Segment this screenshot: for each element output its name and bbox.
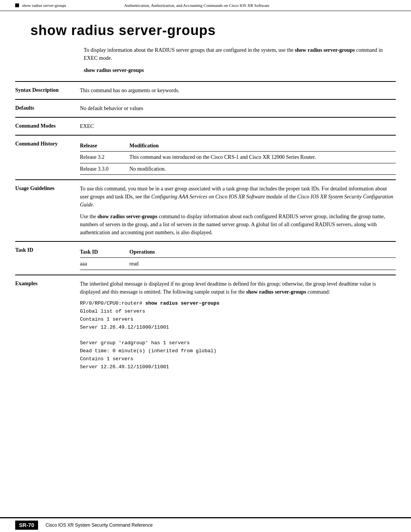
footer-page-number: SR-70 <box>15 521 38 530</box>
history-modification-cell: This command was introduced on the Cisco… <box>129 152 396 163</box>
header-square-icon <box>15 3 19 7</box>
syntax-description-label: Syntax Description <box>15 86 80 93</box>
output-line: Global list of servers <box>80 308 396 316</box>
table-row: Release 3.3.0No modification. <box>80 163 396 175</box>
usage-para-1: To use this command, you must be in a us… <box>80 185 396 209</box>
history-col1-header: Release <box>80 140 129 152</box>
usage-guidelines-content: To use this command, you must be in a us… <box>80 185 396 236</box>
history-release-cell: Release 3.2 <box>80 152 129 163</box>
examples-intro-after: command: <box>306 289 330 295</box>
table-row: aaaread <box>80 258 396 270</box>
bottom-footer: SR-70 Cisco IOS XR System Security Comma… <box>0 517 411 532</box>
command-history-section: Command History Release Modification Rel… <box>15 135 396 179</box>
syntax-description-content: This command has no arguments or keyword… <box>80 86 396 94</box>
usage-para2-before: Use the <box>80 214 97 219</box>
task-id-label: Task ID <box>15 246 80 253</box>
intro-paragraph: To display information about the RADIUS … <box>84 46 396 62</box>
output-line: Server 12.26.49.12/11000/11001 <box>80 363 396 371</box>
table-row: Release 3.2This command was introduced o… <box>80 152 396 163</box>
history-modification-cell: No modification. <box>129 163 396 175</box>
command-history-content: Release Modification Release 3.2This com… <box>80 140 396 175</box>
task-col1-header: Task ID <box>80 246 129 258</box>
intro-bold2: radius server-groups <box>307 47 355 53</box>
page: show radius server-groups Authentication… <box>0 0 411 532</box>
task-id-section: Task ID Task ID Operations aaaread <box>15 241 396 275</box>
task-operations-cell: read <box>129 258 396 270</box>
header-center-text: Authentication, Authorization, and Accou… <box>66 3 327 8</box>
task-id-table: Task ID Operations aaaread <box>80 246 396 270</box>
output-line: Contains 1 servers <box>80 316 396 324</box>
usage-para-2: Use the show radius server-groups comman… <box>80 212 396 236</box>
defaults-label: Defaults <box>15 104 80 111</box>
command-modes-section: Command Modes EXEC <box>15 117 396 135</box>
command-modes-label: Command Modes <box>15 122 80 129</box>
usage-guidelines-section: Usage Guidelines To use this command, yo… <box>15 179 396 241</box>
usage-para1-middle: module of the <box>265 194 297 200</box>
examples-content: The inherited global message is displaye… <box>80 280 396 374</box>
defaults-section: Defaults No default behavior or values <box>15 99 396 117</box>
command-bold-text: show radius server-groups <box>142 300 220 306</box>
page-title: show radius server-groups <box>15 11 396 42</box>
history-release-cell: Release 3.3.0 <box>80 163 129 175</box>
header-left: show radius server-groups <box>15 3 66 8</box>
output-line: Server 12.26.49.12/11000/11001 <box>80 324 396 332</box>
usage-para2-bold: show radius server-groups <box>97 214 158 219</box>
header-left-text: show radius server-groups <box>22 3 66 8</box>
top-header: show radius server-groups Authentication… <box>0 0 411 11</box>
command-modes-content: EXEC <box>80 122 396 130</box>
examples-code-block: RP/0/RP0/CPU0:router# show radius server… <box>80 300 396 371</box>
command-history-table: Release Modification Release 3.2This com… <box>80 140 396 175</box>
task-id-content: Task ID Operations aaaread <box>80 246 396 270</box>
page-content: show radius server-groups To display inf… <box>0 11 411 404</box>
command-syntax-line: show radius server-groups <box>84 67 396 73</box>
output-line: Server group 'radgroup' has 1 servers <box>80 339 396 347</box>
output-line: Dead time: 0 minute(s) (inherited from g… <box>80 347 396 355</box>
intro-bold1: show <box>295 47 306 53</box>
examples-intro-before: The inherited global message is displaye… <box>80 281 376 295</box>
examples-intro: The inherited global message is displaye… <box>80 280 396 296</box>
examples-intro-bold: show radius server-groups <box>246 289 306 295</box>
defaults-content: No default behavior or values <box>80 104 396 112</box>
command-history-label: Command History <box>15 140 80 147</box>
footer-reference-text: Cisco IOS XR System Security Command Ref… <box>46 522 153 528</box>
examples-section: Examples The inherited global message is… <box>15 275 396 404</box>
examples-label: Examples <box>15 280 80 287</box>
command-prompt: RP/0/RP0/CPU0:router# <box>80 300 142 306</box>
history-col2-header: Modification <box>129 140 396 152</box>
intro-text-before: To display information about the RADIUS … <box>84 47 295 53</box>
output-lines: Global list of servers Contains 1 server… <box>80 308 396 371</box>
usage-para1-italic1: Configuring AAA Services on Cisco IOS XR… <box>151 194 265 200</box>
usage-guidelines-label: Usage Guidelines <box>15 185 80 192</box>
usage-para1-after: . <box>93 202 94 208</box>
task-id-cell: aaa <box>80 258 129 270</box>
output-line: Contains 1 servers <box>80 355 396 363</box>
task-col2-header: Operations <box>129 246 396 258</box>
output-line <box>80 331 396 339</box>
syntax-description-section: Syntax Description This command has no a… <box>15 81 396 99</box>
